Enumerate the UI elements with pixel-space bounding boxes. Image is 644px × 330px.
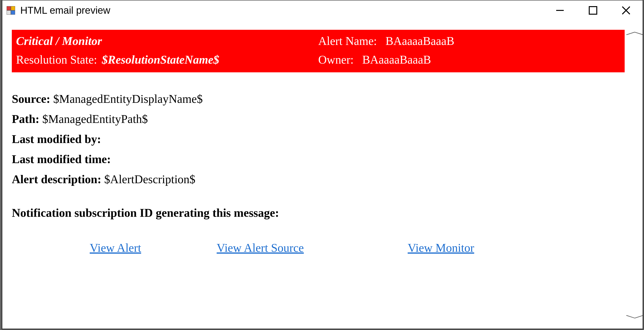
owner-value: BAaaaaBaaaB — [356, 53, 431, 66]
scroll-up-icon: ︿ — [625, 25, 642, 37]
maximize-icon — [588, 5, 598, 16]
minimize-button[interactable] — [544, 1, 576, 20]
alert-description-value: $AlertDescription$ — [104, 173, 196, 186]
owner-label: Owner: — [318, 53, 354, 66]
client-area: Critical / Monitor Alert Name: BAaaaaBaa… — [2, 20, 642, 328]
alert-name-value: BAaaaaBaaaB — [380, 34, 454, 48]
scroll-down-icon: ﹀ — [625, 311, 642, 324]
view-alert-source-link[interactable]: View Alert Source — [217, 241, 304, 255]
window-frame: HTML email preview — [2, 0, 643, 329]
close-icon — [621, 5, 631, 16]
email-preview-body: Critical / Monitor Alert Name: BAaaaaBaa… — [2, 20, 628, 328]
resolution-state-value: $ResolutionStateName$ — [100, 53, 219, 66]
severity-source: Critical / Monitor — [16, 34, 102, 48]
app-icon — [6, 6, 15, 15]
window-title: HTML email preview — [20, 5, 544, 16]
view-monitor-link[interactable]: View Monitor — [408, 241, 474, 255]
last-modified-time-label: Last modified time: — [12, 152, 111, 166]
alert-header-banner: Critical / Monitor Alert Name: BAaaaaBaa… — [12, 30, 625, 72]
minimize-icon — [555, 5, 565, 16]
source-label: Source: — [12, 92, 50, 105]
alert-description-label: Alert description: — [12, 173, 101, 186]
svg-rect-1 — [589, 7, 597, 14]
action-links-row: View Alert View Alert Source View Monito… — [12, 241, 625, 255]
vertical-scrollbar[interactable]: ︿ ﹀ — [628, 20, 642, 328]
close-button[interactable] — [610, 1, 642, 20]
subscription-id-label: Notification subscription ID generating … — [12, 206, 625, 220]
window-controls — [544, 1, 642, 20]
titlebar: HTML email preview — [2, 1, 642, 20]
last-modified-by-label: Last modified by: — [12, 132, 101, 146]
source-value: $ManagedEntityDisplayName$ — [53, 92, 202, 105]
resolution-state-label: Resolution State: — [16, 53, 97, 66]
maximize-button[interactable] — [576, 1, 610, 20]
path-value: $ManagedEntityPath$ — [42, 112, 148, 125]
alert-name-label: Alert Name: — [318, 34, 377, 48]
view-alert-link[interactable]: View Alert — [90, 241, 141, 255]
alert-details: Source: $ManagedEntityDisplayName$ Path:… — [12, 89, 625, 189]
path-label: Path: — [12, 112, 40, 125]
